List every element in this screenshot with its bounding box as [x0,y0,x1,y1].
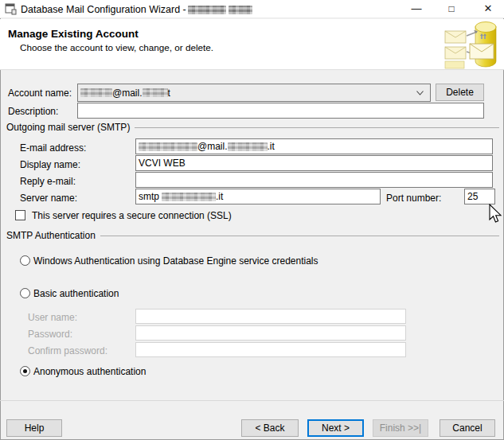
smtp-group-header: Outgoing mail server (SMTP) [6,122,499,133]
basic-auth-radio[interactable] [20,288,30,298]
server-name-input[interactable]: smtp .it [135,189,381,204]
auth-group-header: SMTP Authentication [6,230,499,241]
back-button[interactable]: < Back [241,419,299,437]
database-mail-icon [443,20,504,69]
smtp-group-rule [135,127,499,128]
window-title-text: Database Mail Configuration Wizard - [21,3,186,16]
minimize-button[interactable]: — [403,0,430,18]
page-subtitle: Choose the account to view, change, or d… [20,42,213,53]
confirm-password-label: Confirm password: [28,345,107,356]
database-mail-wizard-dialog: Database Mail Configuration Wizard - — □… [0,0,504,440]
account-name-label: Account name: [8,88,72,99]
description-label: Description: [8,106,58,117]
basic-auth-label: Basic authentication [33,288,119,299]
display-name-value: VCVI WEB [139,158,186,169]
windows-auth-label: Windows Authentication using Database En… [33,255,318,267]
email-visible-end: .it [268,141,275,152]
finish-button: Finish >>| [373,419,428,437]
smtp-group-label: Outgoing mail server (SMTP) [6,122,135,133]
page-title: Manage Existing Account [8,28,139,40]
email-visible-mid: @mail. [197,141,228,152]
redacted-account-domain [143,88,168,97]
port-number-value: 25 [467,191,478,202]
maximize-button[interactable]: □ [438,0,465,18]
email-address-label: E-mail address: [20,142,86,154]
server-name-label: Server name: [20,193,77,204]
redacted-title-text [188,6,226,14]
redacted-account-name [80,88,112,97]
auth-group-rule [100,236,499,236]
password-label: Password: [28,329,72,340]
wizard-window-icon [5,3,17,15]
account-name-visible-end: t [168,88,170,99]
display-name-label: Display name: [20,159,80,170]
cancel-button[interactable]: Cancel [440,419,495,437]
port-number-label: Port number: [386,193,441,204]
description-input[interactable] [77,103,484,119]
help-button[interactable]: Help [6,419,62,437]
ssl-checkbox[interactable] [15,210,25,220]
windows-auth-radio[interactable] [20,255,30,266]
confirm-password-input [135,342,406,357]
wizard-header: Manage Existing Account Choose the accou… [0,19,504,70]
account-name-combobox[interactable]: @mail. t [77,84,431,102]
close-button[interactable]: ✕ [475,0,502,18]
delete-button[interactable]: Delete [436,84,484,101]
display-name-input[interactable]: VCVI WEB [135,155,493,171]
chevron-down-icon [416,91,424,95]
anonymous-auth-radio[interactable] [20,366,30,376]
titlebar: Database Mail Configuration Wizard - — □… [0,0,504,18]
reply-email-input[interactable] [135,172,493,188]
username-label: User name: [28,312,77,323]
username-input [135,309,406,324]
email-address-input[interactable]: @mail. .it [135,138,493,154]
footer-divider [0,400,504,401]
redacted-email-user [139,142,197,151]
redacted-server-host [162,193,216,201]
reply-email-label: Reply e-mail: [20,176,76,187]
auth-group-label: SMTP Authentication [6,230,100,241]
server-visible-end: .it [216,191,223,202]
server-visible-start: smtp [139,191,159,202]
account-name-visible-mid: @mail. [112,88,143,99]
port-number-input[interactable]: 25 [464,189,495,204]
next-button[interactable]: Next > [307,419,364,437]
redacted-email-domain [228,142,268,151]
window-title: Database Mail Configuration Wizard - [21,3,252,16]
password-input [135,325,406,341]
ssl-checkbox-label: This server requires a secure connection… [32,210,232,221]
mouse-cursor-icon [487,204,503,224]
anonymous-auth-label: Anonymous authentication [33,366,146,377]
redacted-title-text [229,6,252,14]
